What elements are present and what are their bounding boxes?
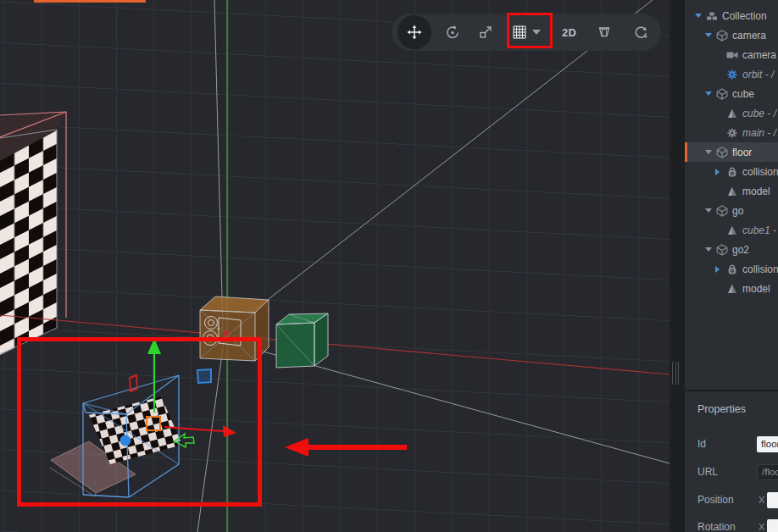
hierarchy-item-label: model (742, 283, 770, 295)
expand-arrow-right-icon[interactable] (715, 266, 720, 273)
hierarchy-item-cube[interactable]: cube - / (685, 103, 778, 123)
arrow-slot (715, 266, 726, 273)
rotation-label: Rotation (697, 521, 736, 532)
expand-arrow-down-icon[interactable] (705, 247, 712, 252)
camera-cube[interactable] (200, 296, 269, 361)
id-field-row: Id (685, 435, 778, 452)
hierarchy-item-go2[interactable]: go2 (685, 240, 778, 259)
hierarchy-item-main[interactable]: main - / (685, 123, 778, 142)
indent (685, 288, 715, 289)
hierarchy-item-cube[interactable]: cube (685, 84, 778, 103)
indent (685, 15, 695, 16)
rotate-tool-button[interactable] (436, 14, 470, 51)
hierarchy-item-go[interactable]: go (685, 201, 778, 220)
arrow-slot (705, 150, 716, 154)
properties-title: Properties (697, 403, 746, 415)
expand-arrow-down-icon[interactable] (705, 91, 712, 96)
hierarchy-item-label: main - / (742, 127, 776, 139)
hierarchy-item-label: cube - / (742, 108, 776, 119)
rotation-x-input[interactable] (767, 519, 778, 532)
gear-icon (726, 127, 740, 139)
entity-icon (716, 88, 730, 100)
green-cube[interactable] (276, 313, 328, 368)
hierarchy-item-label: collision (742, 166, 778, 178)
url-input[interactable] (757, 464, 778, 480)
camera-frustum-lines (197, 0, 670, 532)
perspective-button[interactable] (586, 14, 621, 51)
hierarchy-item-label: orbit - / (742, 69, 774, 80)
position-x-input[interactable] (767, 492, 778, 508)
expand-arrow-down-icon[interactable] (705, 150, 712, 154)
properties-panel: Properties Id URL Position X Rotation X (685, 390, 778, 532)
id-label: Id (697, 438, 706, 450)
move-icon (407, 25, 422, 40)
hierarchy-item-collision[interactable]: collision (685, 162, 778, 181)
hierarchy-item-label: camera (732, 30, 766, 42)
indent (685, 210, 705, 211)
hierarchy-item-label: model (742, 186, 770, 197)
scene-canvas (0, 0, 670, 532)
indent (685, 113, 715, 114)
cone-icon (726, 108, 740, 119)
gizmo-x-arrow (223, 425, 236, 437)
hierarchy-item-label: go2 (732, 244, 749, 256)
expand-arrow-down-icon[interactable] (705, 208, 712, 213)
url-label: URL (697, 466, 718, 478)
scale-tool-button[interactable] (470, 14, 503, 51)
indent (685, 191, 715, 191)
move-tool-button[interactable] (393, 14, 436, 51)
gizmo-center-dot (120, 435, 131, 446)
hierarchy-item-orbit[interactable]: orbit - / (685, 64, 778, 84)
gizmo-y-arrow (147, 338, 161, 354)
expand-arrow-down-icon[interactable] (695, 14, 702, 18)
hierarchy-item-collision[interactable]: collision (685, 259, 778, 279)
entity-icon (716, 30, 730, 42)
indent (685, 152, 705, 152)
hierarchy-item-label: go (732, 205, 743, 217)
hierarchy-item-camera[interactable]: camera (685, 45, 778, 64)
indent (685, 74, 715, 75)
indent (685, 249, 705, 250)
grid-snap-button[interactable] (503, 14, 553, 51)
indent (685, 132, 715, 133)
expand-arrow-right-icon[interactable] (715, 169, 720, 175)
id-input[interactable] (757, 436, 778, 452)
floor-object[interactable] (50, 375, 182, 497)
hierarchy-item-camera[interactable]: camera (685, 25, 778, 45)
indent (685, 35, 705, 36)
grid-icon (513, 25, 526, 39)
hierarchy-tree: Collectioncameracameraorbit - /cubecube … (685, 0, 778, 298)
rotation-x-label: X (759, 522, 764, 532)
viewport-toolbar: 2D (392, 14, 661, 51)
hierarchy-item-model[interactable]: model (685, 279, 778, 298)
arrow-slot (705, 33, 716, 37)
hierarchy-item-label: camera (742, 49, 776, 61)
indent (685, 269, 715, 269)
indent (685, 230, 715, 230)
collection-icon (706, 10, 720, 22)
viewport-3d[interactable] (0, 0, 670, 532)
panel-resize-grip[interactable] (672, 362, 680, 385)
indent (685, 171, 715, 172)
hierarchy-item-cube1[interactable]: cube1 - (685, 220, 778, 240)
perspective-frustum-icon (597, 25, 612, 40)
panel-divider-strip (670, 0, 685, 532)
gizmo-plane-handle-blue (197, 369, 211, 383)
arrow-slot (705, 91, 716, 96)
position-field-row: Position X (685, 491, 778, 508)
videocam-icon (726, 49, 740, 61)
hierarchy-item-model[interactable]: model (685, 181, 778, 201)
cone-icon (726, 224, 740, 236)
mode-2d-button[interactable]: 2D (552, 14, 586, 51)
hierarchy-item-label: collision (742, 263, 778, 275)
arrow-slot (705, 208, 716, 213)
expand-arrow-down-icon[interactable] (705, 33, 712, 37)
refresh-button[interactable] (621, 14, 659, 51)
position-x-label: X (759, 495, 764, 505)
hierarchy-item-collection[interactable]: Collection (685, 6, 778, 25)
indent (685, 54, 715, 55)
hierarchy-item-floor[interactable]: floor (685, 142, 778, 162)
right-panel: Collectioncameracameraorbit - /cubecube … (685, 0, 778, 532)
arrow-slot (715, 169, 726, 175)
world-x-axis-line (0, 315, 670, 374)
